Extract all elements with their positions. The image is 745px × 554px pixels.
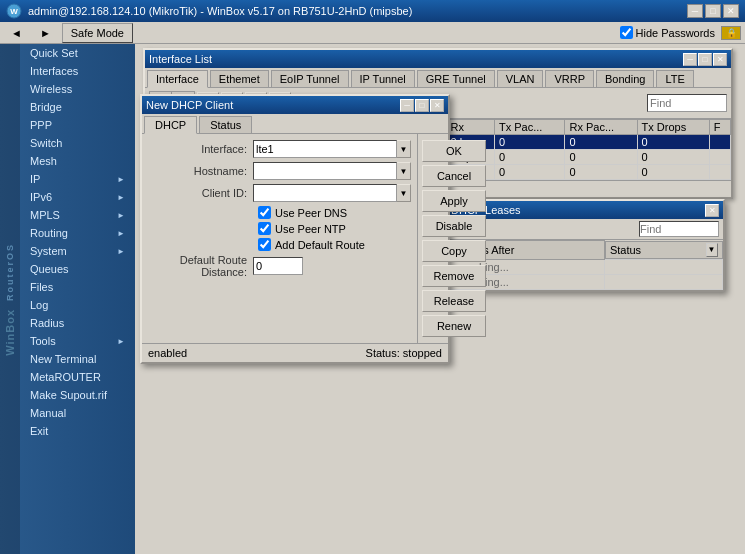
menu-bar: ◄ ► Safe Mode Hide Passwords 🔒	[0, 22, 745, 44]
interface-window-close[interactable]: ✕	[713, 53, 727, 66]
release-button[interactable]: Release	[422, 290, 486, 312]
tab-bonding[interactable]: Bonding	[596, 70, 654, 87]
sidebar-item-switch[interactable]: Switch	[20, 134, 135, 152]
list-item[interactable]: searching...	[448, 259, 723, 274]
status-dropdown[interactable]: ▼	[706, 243, 718, 257]
window-controls: ─ □ ✕	[687, 4, 739, 18]
main-layout: RouterOS WinBox Quick Set Interfaces Wir…	[0, 44, 745, 554]
tab-dhcp[interactable]: DHCP	[144, 116, 197, 134]
sidebar: RouterOS WinBox Quick Set Interfaces Wir…	[0, 44, 135, 554]
cell-txdrops: 0	[637, 135, 709, 150]
use-peer-ntp-row: Use Peer NTP	[148, 222, 411, 235]
maximize-button[interactable]: □	[705, 4, 721, 18]
hostname-label: Hostname:	[148, 165, 253, 177]
sidebar-item-mpls[interactable]: MPLS►	[20, 206, 135, 224]
leases-toolbar	[447, 219, 723, 240]
hide-passwords-option[interactable]: Hide Passwords	[620, 26, 715, 39]
clientid-dropdown[interactable]: ▼	[397, 184, 411, 202]
tab-status[interactable]: Status	[199, 116, 252, 133]
tab-lte[interactable]: LTE	[656, 70, 693, 87]
dhcp-window-maximize[interactable]: □	[415, 99, 429, 112]
disable-button[interactable]: Disable	[422, 215, 486, 237]
tab-interface[interactable]: Interface	[147, 70, 208, 88]
tab-gre[interactable]: GRE Tunnel	[417, 70, 495, 87]
list-item[interactable]: searching...	[448, 274, 723, 289]
routeros-label: RouterOS	[5, 243, 15, 301]
sidebar-item-queues[interactable]: Queues	[20, 260, 135, 278]
interface-row: Interface: ▼	[148, 140, 411, 158]
hostname-input[interactable]	[253, 162, 397, 180]
tab-vrrp[interactable]: VRRP	[545, 70, 594, 87]
hide-passwords-checkbox[interactable]	[620, 26, 633, 39]
leases-find-input[interactable]	[639, 221, 719, 237]
window-title: admin@192.168.124.10 (MikroTik) - WinBox…	[28, 5, 412, 17]
sidebar-item-exit[interactable]: Exit	[20, 422, 135, 440]
ok-button[interactable]: OK	[422, 140, 486, 162]
col-rxpac: Rx Pac...	[565, 120, 637, 135]
cancel-button[interactable]: Cancel	[422, 165, 486, 187]
default-route-dist-input[interactable]	[253, 257, 303, 275]
clientid-input[interactable]	[253, 184, 397, 202]
col-rx: Rx	[446, 120, 494, 135]
interface-dropdown[interactable]: ▼	[397, 140, 411, 158]
sidebar-item-wireless[interactable]: Wireless	[20, 80, 135, 98]
sidebar-item-tools[interactable]: Tools►	[20, 332, 135, 350]
sidebar-item-files[interactable]: Files	[20, 278, 135, 296]
cell-f	[709, 150, 730, 165]
interface-window-minimize[interactable]: ─	[683, 53, 697, 66]
sidebar-item-ipv6[interactable]: IPv6►	[20, 188, 135, 206]
sidebar-item-manual[interactable]: Manual	[20, 404, 135, 422]
tab-vlan[interactable]: VLAN	[497, 70, 544, 87]
forward-button[interactable]: ►	[33, 24, 58, 42]
dhcp-form: Interface: ▼ Hostname: ▼	[142, 134, 417, 343]
interface-window-maximize[interactable]: □	[698, 53, 712, 66]
dhcp-window-minimize[interactable]: ─	[400, 99, 414, 112]
apply-button[interactable]: Apply	[422, 190, 486, 212]
tab-iptunnel[interactable]: IP Tunnel	[351, 70, 415, 87]
sidebar-item-bridge[interactable]: Bridge	[20, 98, 135, 116]
clientid-label: Client ID:	[148, 187, 253, 199]
cell-f	[709, 165, 730, 180]
dhcp-dialog-status: enabled Status: stopped	[142, 343, 448, 362]
sidebar-item-metarouter[interactable]: MetaROUTER	[20, 368, 135, 386]
copy-button[interactable]: Copy	[422, 240, 486, 262]
sidebar-item-log[interactable]: Log	[20, 296, 135, 314]
find-input[interactable]	[647, 94, 727, 112]
back-button[interactable]: ◄	[4, 24, 29, 42]
renew-button[interactable]: Renew	[422, 315, 486, 337]
safe-mode-button[interactable]: Safe Mode	[62, 23, 133, 43]
leases-popup: DHCP Leases ✕ Expires After Status ▼	[445, 199, 725, 292]
use-peer-ntp-checkbox[interactable]	[258, 222, 271, 235]
sidebar-item-terminal[interactable]: New Terminal	[20, 350, 135, 368]
minimize-button[interactable]: ─	[687, 4, 703, 18]
dhcp-dialog-title-bar: New DHCP Client ─ □ ✕	[142, 96, 448, 114]
add-default-route-checkbox[interactable]	[258, 238, 271, 251]
sidebar-item-system[interactable]: System►	[20, 242, 135, 260]
hostname-dropdown[interactable]: ▼	[397, 162, 411, 180]
use-peer-dns-checkbox[interactable]	[258, 206, 271, 219]
sidebar-item-routing[interactable]: Routing►	[20, 224, 135, 242]
cell-rxpac: 0	[565, 135, 637, 150]
tab-eoip[interactable]: EoIP Tunnel	[271, 70, 349, 87]
sidebar-item-ppp[interactable]: PPP	[20, 116, 135, 134]
sidebar-item-mesh[interactable]: Mesh	[20, 152, 135, 170]
interface-input[interactable]	[253, 140, 397, 158]
sidebar-item-interfaces[interactable]: Interfaces	[20, 62, 135, 80]
lock-icon: 🔒	[721, 26, 741, 40]
hostname-row: Hostname: ▼	[148, 162, 411, 180]
dhcp-window-close[interactable]: ✕	[430, 99, 444, 112]
sidebar-item-ip[interactable]: IP►	[20, 170, 135, 188]
cell-rxpac: 0	[565, 150, 637, 165]
close-button[interactable]: ✕	[723, 4, 739, 18]
sidebar-item-radius[interactable]: Radius	[20, 314, 135, 332]
dhcp-dialog-buttons: OK Cancel Apply Disable Copy Remove Rele…	[417, 134, 487, 343]
clientid-row: Client ID: ▼	[148, 184, 411, 202]
sidebar-item-supout[interactable]: Make Supout.rif	[20, 386, 135, 404]
svg-text:W: W	[10, 7, 18, 16]
tab-ethernet[interactable]: Ethemet	[210, 70, 269, 87]
remove-button[interactable]: Remove	[422, 265, 486, 287]
add-default-route-label: Add Default Route	[275, 239, 365, 251]
leases-window-close[interactable]: ✕	[705, 204, 719, 217]
cell-txdrops: 0	[637, 150, 709, 165]
sidebar-item-quickset[interactable]: Quick Set	[20, 44, 135, 62]
